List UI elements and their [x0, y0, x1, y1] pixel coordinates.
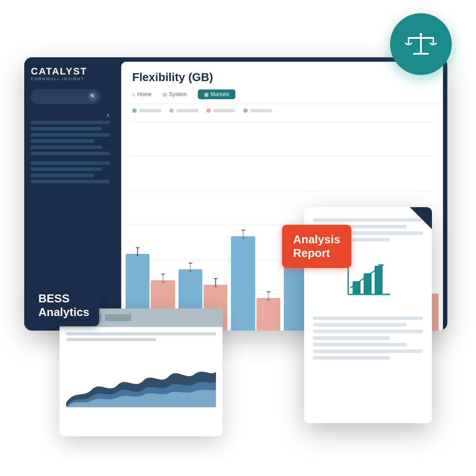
- nav-item-home[interactable]: ⌂ Home: [132, 91, 152, 97]
- bess-analytics-card: [60, 309, 223, 436]
- sidebar-line: [31, 152, 110, 155]
- system-icon: ◎: [163, 92, 167, 97]
- error-bar: [268, 291, 269, 300]
- brand-subtitle: CORNWALL INSIGHT: [31, 77, 110, 81]
- content-header: Flexibility (GB) ⌂ Home ◎ System ▦ Marke…: [121, 62, 443, 104]
- error-bar: [163, 274, 164, 283]
- chevron-icon: ∧: [31, 112, 110, 118]
- legend-line-2: [176, 109, 198, 112]
- error-bar: [137, 247, 138, 256]
- sidebar-line: [31, 161, 110, 165]
- sidebar-line: [31, 133, 110, 137]
- report-line: [313, 218, 423, 222]
- error-bar: [243, 230, 244, 238]
- search-icon: 🔍: [88, 92, 98, 101]
- analysis-report-line2: Report: [293, 246, 330, 260]
- report-line: [313, 316, 423, 320]
- nav-label-system: System: [169, 91, 187, 97]
- search-bar[interactable]: 🔍: [31, 89, 101, 104]
- legend-dot-2: [169, 108, 174, 113]
- sidebar-line: [31, 139, 94, 143]
- nav-item-system[interactable]: ◎ System: [163, 91, 187, 97]
- legend-line-1: [139, 109, 161, 112]
- scene: CATALYST CORNWALL INSIGHT 🔍 ∧: [0, 0, 476, 476]
- bess-badge-line1: BESS: [38, 292, 70, 305]
- nav-label-home: Home: [138, 91, 152, 97]
- report-line: [313, 343, 407, 346]
- sidebar-line: [31, 145, 102, 149]
- brand-name: CATALYST: [31, 66, 110, 77]
- legend-item-4: [243, 108, 272, 113]
- report-line: [313, 356, 390, 360]
- home-icon: ⌂: [132, 92, 135, 97]
- legend-item-3: [206, 108, 235, 113]
- brand-logo: CATALYST CORNWALL INSIGHT: [31, 66, 110, 81]
- analysis-report-badge: Analysis Report: [282, 225, 351, 268]
- search-input[interactable]: [35, 93, 88, 100]
- area-chart: [66, 346, 216, 407]
- bess-badge-line2: Analytics: [38, 305, 89, 319]
- bess-header-box-2: [105, 314, 131, 321]
- sidebar-line: [31, 174, 94, 177]
- page-title: Flexibility (GB): [132, 71, 432, 84]
- sidebar-lower-lines: [31, 161, 110, 183]
- svg-rect-3: [364, 273, 372, 294]
- legend-dot-1: [132, 108, 137, 113]
- chart-legend: [121, 104, 443, 117]
- sidebar-line: [31, 127, 102, 130]
- sidebar-line: [31, 180, 110, 183]
- report-line: [313, 330, 423, 333]
- markets-icon: ▦: [204, 92, 208, 97]
- bess-text-lines: [66, 332, 216, 341]
- nav-item-markets[interactable]: ▦ Markets: [198, 89, 236, 99]
- scale-circle: [390, 13, 452, 75]
- legend-item-1: [132, 108, 161, 113]
- nav-bar: ⌂ Home ◎ System ▦ Markets: [132, 89, 432, 99]
- analysis-report-line1: Analysis: [293, 233, 340, 246]
- bess-card-content: [60, 327, 223, 413]
- area-chart-svg: [66, 346, 216, 407]
- report-line: [313, 323, 407, 327]
- grid-line: [130, 122, 434, 122]
- legend-line-4: [250, 109, 272, 112]
- error-bar: [215, 278, 216, 287]
- svg-point-12: [420, 33, 422, 36]
- nav-label-markets: Markets: [211, 91, 230, 97]
- bess-analytics-badge: BESS Analytics: [29, 285, 99, 326]
- scale-icon: [403, 26, 439, 62]
- error-bar: [190, 263, 191, 271]
- sidebar-line: [31, 121, 110, 124]
- report-line: [313, 336, 390, 340]
- bar-pink: [257, 298, 280, 331]
- report-lines-bottom: [313, 316, 423, 360]
- sidebar-line: [31, 167, 102, 171]
- bar-group-3: [231, 236, 280, 331]
- sidebar-menu-lines: [31, 121, 110, 155]
- legend-dot-4: [243, 108, 248, 113]
- bar-blue: [231, 236, 255, 331]
- bess-line: [66, 338, 156, 341]
- bess-line: [66, 332, 216, 335]
- legend-line-3: [213, 109, 235, 112]
- legend-item-2: [169, 108, 198, 113]
- legend-dot-3: [206, 108, 211, 113]
- report-line: [313, 350, 423, 353]
